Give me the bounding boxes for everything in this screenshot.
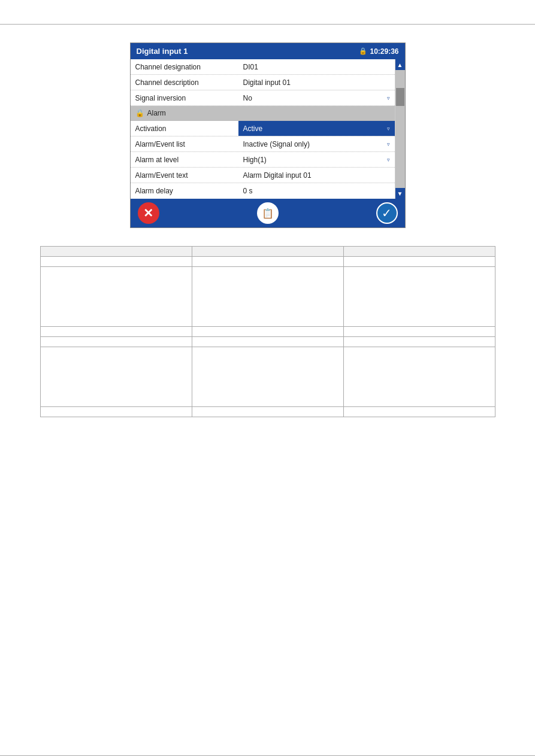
scroll-track [395,70,405,188]
cell-2-3 [343,267,495,327]
row-channel-designation: Channel designation DI01 [131,59,395,75]
cell-5-2 [192,347,343,407]
table-row [40,327,495,337]
panel-rows: Channel designation DI01 Channel descrip… [131,59,395,199]
confirm-button[interactable]: ✓ [376,202,398,224]
alarm-at-level-text: High(1) [243,156,267,164]
label-alarm-delay: Alarm delay [131,183,238,199]
cell-1-1 [40,257,192,267]
label-alarm-event-text: Alarm/Event text [131,168,238,183]
cell-1-2 [192,257,343,267]
label-alarm-event-list: Alarm/Event list [131,136,238,151]
cell-5-1 [40,347,192,407]
value-alarm-delay[interactable]: 0 s [238,183,395,199]
label-channel-designation: Channel designation [131,59,238,74]
activation-dropdown-icon: ▿ [387,126,390,132]
alarm-event-list-dropdown-icon: ▿ [387,141,390,147]
alarm-event-text-value: Alarm Digital input 01 [243,171,312,180]
cell-3-1 [40,327,192,337]
cell-5-3 [343,347,495,407]
signal-inversion-dropdown-icon: ▿ [387,95,390,101]
alarm-section-label: Alarm [147,109,166,117]
value-activation[interactable]: Active ▿ [238,121,395,136]
panel-header: Digital input 1 🔒 10:29:36 [131,43,405,59]
row-channel-description: Channel description Digital input 01 [131,75,395,90]
row-alarm-at-level: Alarm at level High(1) ▿ [131,152,395,168]
alarm-lock-icon: 🔒 [135,109,144,117]
table-row [40,407,495,417]
col-header-3 [343,247,495,257]
panel-scrollbar[interactable]: ▲ ▼ [395,59,405,199]
table-row [40,267,495,327]
panel-title: Digital input 1 [137,47,188,56]
panel-footer: ✕ 📋 ✓ [131,199,405,227]
top-rule [0,24,535,25]
data-table [40,246,495,417]
row-alarm-event-text: Alarm/Event text Alarm Digital input 01 [131,168,395,183]
cell-3-2 [192,327,343,337]
row-signal-inversion: Signal inversion No ▿ [131,90,395,106]
cell-4-3 [343,337,495,347]
alarm-section-header: 🔒 Alarm [131,106,395,121]
label-signal-inversion: Signal inversion [131,90,238,105]
cell-4-2 [192,337,343,347]
col-header-2 [192,247,343,257]
row-activation: Activation Active ▿ [131,121,395,136]
value-alarm-event-list[interactable]: Inactive (Signal only) ▿ [238,136,395,151]
lock-icon: 🔒 [359,47,367,55]
label-activation: Activation [131,121,238,136]
data-table-container [40,246,495,417]
activation-text: Active [243,125,263,133]
label-channel-description: Channel description [131,75,238,90]
scroll-down-button[interactable]: ▼ [395,188,405,199]
cell-2-1 [40,267,192,327]
cell-1-3 [343,257,495,267]
cell-3-3 [343,327,495,337]
cell-2-2 [192,267,343,327]
panel-time-area: 🔒 10:29:36 [359,47,398,56]
value-alarm-event-text[interactable]: Alarm Digital input 01 [238,168,395,183]
cell-6-3 [343,407,495,417]
copy-icon: 📋 [262,208,274,219]
alarm-at-level-dropdown-icon: ▿ [387,157,390,163]
alarm-event-list-text: Inactive (Signal only) [243,140,310,148]
label-alarm-at-level: Alarm at level [131,152,238,167]
value-channel-description[interactable]: Digital input 01 [238,75,395,90]
value-channel-designation[interactable]: DI01 [238,59,395,74]
table-row [40,347,495,407]
value-signal-inversion[interactable]: No ▿ [238,90,395,105]
copy-button[interactable]: 📋 [257,202,279,224]
alarm-delay-text: 0 s [243,187,253,195]
scroll-up-button[interactable]: ▲ [395,59,405,70]
value-alarm-at-level[interactable]: High(1) ▿ [238,152,395,167]
table-row [40,257,495,267]
table-header-row [40,247,495,257]
signal-inversion-text: No [243,94,252,102]
row-alarm-delay: Alarm delay 0 s [131,183,395,199]
page-wrapper: Digital input 1 🔒 10:29:36 Channel desig… [0,24,535,756]
device-panel: Digital input 1 🔒 10:29:36 Channel desig… [130,42,406,228]
cell-6-2 [192,407,343,417]
panel-time: 10:29:36 [370,47,398,56]
scroll-thumb[interactable] [396,88,404,106]
cell-6-1 [40,407,192,417]
cell-4-1 [40,337,192,347]
table-row [40,337,495,347]
row-alarm-event-list: Alarm/Event list Inactive (Signal only) … [131,136,395,152]
cancel-button[interactable]: ✕ [138,202,159,224]
col-header-1 [40,247,192,257]
panel-body: Channel designation DI01 Channel descrip… [131,59,405,199]
